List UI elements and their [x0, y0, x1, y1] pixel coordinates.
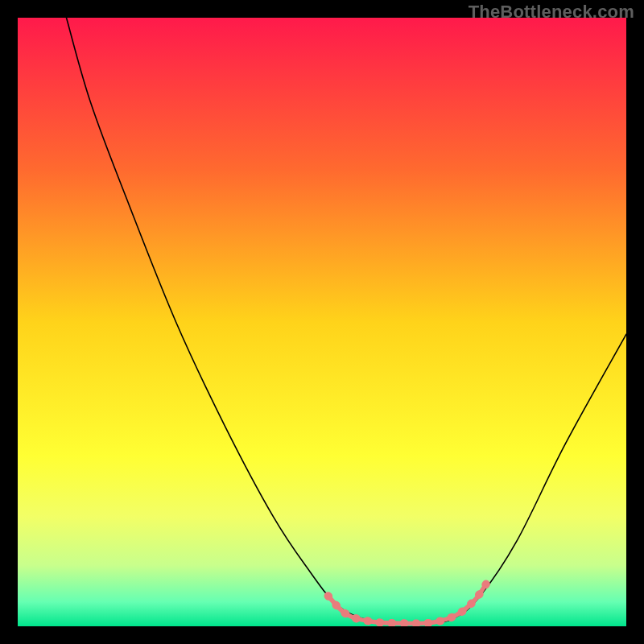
gradient-background [18, 18, 626, 626]
chart-plot-area [18, 18, 626, 626]
chart-svg [18, 18, 626, 626]
watermark-label: TheBottleneck.com [469, 2, 634, 23]
chart-frame: TheBottleneck.com [0, 0, 644, 644]
